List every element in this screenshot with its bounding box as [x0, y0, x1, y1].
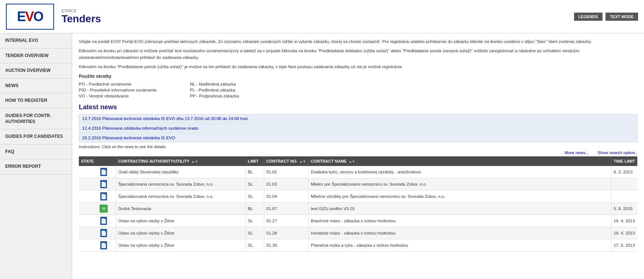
intro-paragraph-3: Kliknutím na ikonku "Predkladanie ponúk …: [79, 64, 637, 70]
time-limit-cell: 19. 4. 2013: [611, 227, 637, 239]
text-mode-button[interactable]: TEXT MODE: [606, 13, 638, 21]
news-item-3[interactable]: 26.2.2016 Plánovaná technická odstávka I…: [79, 133, 637, 142]
time-limit-cell: 8. 3. 2013: [611, 166, 637, 178]
news-links-row: More news... Show search option..: [79, 150, 637, 155]
sidebar-item-tender-overview[interactable]: TENDER OVERVIEW: [0, 49, 72, 64]
sort-arrow-name: ▲▼: [349, 160, 355, 163]
contract-no-cell: 01.01: [264, 166, 308, 178]
table-header-row: STATE CONTRACTING AUTHORITY/UTILITY ▲▼ L…: [79, 156, 637, 166]
sort-arrow-authority: ▲▼: [191, 160, 198, 163]
state-icons: 📄: [81, 168, 114, 176]
skratky-right-1: NL - Nadlimitná zákazka: [190, 82, 637, 86]
table-row: 📄Ústav na výkon väzby v ŽilineSL01.27Bra…: [79, 215, 637, 227]
contract-name-cell: test ISZU podlim VS 01: [308, 203, 611, 215]
show-search-link[interactable]: Show search option..: [598, 150, 637, 155]
doc-icon-inner: 📄: [100, 217, 107, 225]
legends-button[interactable]: LEGENDS: [574, 13, 603, 21]
header-buttons: LEGENDS TEXT MODE: [574, 13, 638, 21]
sort-arrow-contract-no: ▲▼: [299, 160, 306, 163]
doc-icon-inner: 📄: [100, 192, 107, 200]
doc-icon-inner: 📄: [100, 168, 107, 176]
time-limit-cell: 19. 4. 2013: [611, 215, 637, 227]
intro-paragraph-2: Kliknutím na ikonku pri zákazke si môžet…: [79, 48, 637, 61]
authority-cell: Špecializovaná nemocnica sv. Svorada Zob…: [116, 190, 245, 203]
state-cell: 📄: [79, 178, 116, 190]
time-limit-cell: 5. 8. 2015: [611, 203, 637, 215]
th-contract-no[interactable]: CONTRACT NO. ▲▼: [264, 156, 308, 166]
limit-cell: SL: [245, 190, 264, 203]
table-row: 📄Ústav na výkon väzby v ŽilineSL01.28Hov…: [79, 227, 637, 239]
doc-icon[interactable]: 📄: [100, 192, 108, 200]
state-cell: 📄: [79, 166, 116, 178]
contract-name-cell: Mliečne výrobky pre Špecializovanú nemoc…: [308, 190, 611, 203]
doc-icon[interactable]: 📄: [100, 241, 108, 249]
logo-text: EVO: [17, 9, 43, 24]
sidebar-item-guides-candidates[interactable]: GUIDES FOR CANDIDATES: [0, 129, 72, 145]
doc-icon[interactable]: 📄: [100, 217, 108, 225]
intro-paragraph-1: Vítajte na portáli EVO! Portál EVO zobra…: [79, 39, 637, 45]
contract-no-cell: 01.28: [264, 227, 308, 239]
contract-no-cell: 01.30: [264, 239, 308, 252]
state-cell: 📄: [79, 239, 116, 252]
contract-no-cell: 01.07: [264, 203, 308, 215]
more-news-link[interactable]: More news...: [565, 150, 589, 155]
doc-icon[interactable]: 📄: [100, 180, 108, 188]
th-time-limit: TIME LIMIT: [611, 156, 637, 166]
news-item-1[interactable]: 13.7.2016 Plánovaná technická odstávka I…: [79, 114, 637, 123]
state-icons: 📄: [81, 192, 114, 200]
skratky-grid: PO - Predbežné oznámenie NL - Nadlimitná…: [79, 82, 637, 98]
main-layout: INTERNAL EVO TENDER OVERVIEW AUCTION OVE…: [0, 33, 644, 279]
title-area: ETHICS Tenders: [61, 9, 574, 25]
contract-name-cell: Hovadzie mäso - zákazka s nízkou hodnoto…: [308, 227, 611, 239]
limit-cell: BL: [245, 166, 264, 178]
content: Vítajte na portáli EVO! Portál EVO zobra…: [72, 33, 644, 279]
sidebar-item-news[interactable]: NEWS: [0, 79, 72, 94]
doc-icon[interactable]: 📄: [100, 229, 108, 237]
sidebar-item-guides-contr[interactable]: GUIDES FOR CONTR. AUTHORITIES: [0, 109, 72, 129]
doc-icon-inner: 📄: [100, 229, 107, 237]
doc-icon[interactable]: 📄: [100, 168, 108, 176]
limit-cell: SL: [245, 178, 264, 190]
sidebar-item-faq[interactable]: FAQ: [0, 145, 72, 160]
state-icons: 📄: [81, 241, 114, 249]
time-limit-cell: 17. 5. 2013: [611, 239, 637, 252]
latest-news-title: Latest news: [79, 103, 637, 111]
logo: EVO: [6, 4, 54, 30]
contract-name-cell: Bravčové mäso - zákazka s nízkou hodnoto…: [308, 215, 611, 227]
contract-no-cell: 01.04: [264, 190, 308, 203]
sidebar-item-how-to-register[interactable]: HOW TO REGISTER: [0, 93, 72, 109]
th-limit: LIMIT: [245, 156, 264, 166]
table-row: ✉Druhá TestovaciaBL01.07test ISZU podlim…: [79, 203, 637, 215]
authority-cell: Druhá Testovacia: [116, 203, 245, 215]
sidebar-item-auction-overview[interactable]: AUCTION OVERVIEW: [0, 63, 72, 79]
authority-cell: Špecializovaná nemocnica sv. Svorada Zob…: [116, 178, 245, 190]
contract-name-cell: Mlieko pre Špecializovanú nemocnicu sv. …: [308, 178, 611, 190]
green-icon[interactable]: ✉: [100, 205, 108, 213]
contract-no-cell: 01.27: [264, 215, 308, 227]
authority-cell: Úrad vlády Slovenskej republiky: [116, 166, 245, 178]
state-cell: 📄: [79, 227, 116, 239]
authority-cell: Ústav na výkon väzby v Žiline: [116, 227, 245, 239]
doc-icon-inner: 📄: [100, 241, 107, 249]
contracts-table: STATE CONTRACTING AUTHORITY/UTILITY ▲▼ L…: [79, 156, 637, 252]
th-name[interactable]: CONTRACT NAME ▲▼: [308, 156, 611, 166]
state-icons: ✉: [81, 205, 114, 213]
page-title: Tenders: [61, 13, 574, 25]
sidebar-item-internal-evo[interactable]: INTERNAL EVO: [0, 33, 72, 49]
table-row: 📄Ústav na výkon väzby v ŽilineSL01.30Pše…: [79, 239, 637, 252]
sidebar-item-error-report[interactable]: ERROR REPORT: [0, 159, 72, 175]
state-icons: 📄: [81, 217, 114, 225]
skratky-left-3: VO - Verejné obstarávanie: [79, 94, 182, 98]
news-list: 13.7.2016 Plánovaná technická odstávka I…: [79, 114, 637, 142]
limit-cell: SL: [245, 215, 264, 227]
ethics-label: ETHICS: [61, 9, 574, 13]
skratky-left-2: PIO - Pravidelné informatívne oznámenie: [79, 88, 182, 92]
news-item-2[interactable]: 12.4.2016 Plánovaná odstávka informačnýc…: [79, 124, 637, 133]
th-authority[interactable]: CONTRACTING AUTHORITY/UTILITY ▲▼: [116, 156, 245, 166]
table-body: 📄Úrad vlády Slovenskej republikyBL01.01D…: [79, 166, 637, 252]
state-icons: 📄: [81, 229, 114, 237]
th-state: STATE: [79, 156, 116, 166]
table-row: 📄Špecializovaná nemocnica sv. Svorada Zo…: [79, 190, 637, 203]
state-cell: ✉: [79, 203, 116, 215]
header: EVO ETHICS Tenders LEGENDS TEXT MODE: [0, 0, 644, 33]
